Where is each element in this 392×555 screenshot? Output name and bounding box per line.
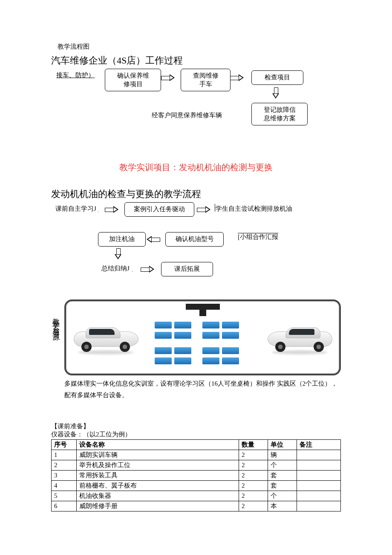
table-row: 1威朗实训车辆2辆	[52, 450, 341, 460]
red-title: 教学实训项目：发动机机油的检测与更换	[119, 163, 273, 172]
workflow-diagram-2: 课前自主学习J 案例引入任务驱动 学生自主尝试检测排放机油 加注机油 确认机油型…	[51, 202, 341, 292]
cell-qty: 2	[239, 501, 268, 511]
flow1-box3: 检查项目	[251, 70, 303, 85]
flow2-right1: 学生自主尝试检测排放机油	[216, 205, 292, 213]
arrow-down-icon	[115, 248, 121, 259]
cell-name: 举升机及操作工位	[77, 460, 239, 471]
cell-name: 前格栅布、翼子板布	[77, 481, 239, 491]
table-row: 4前格栅布、翼子板布2套	[52, 481, 341, 491]
cell-remark	[297, 501, 341, 511]
cell-qty: 2	[239, 471, 268, 481]
cell-name: 威朗维修手册	[77, 501, 239, 511]
arrow-icon	[141, 266, 155, 272]
arrow-icon	[230, 75, 245, 81]
flow2-summary-label: 总结归纳J	[101, 264, 130, 273]
col-name: 设备名称	[77, 440, 239, 450]
workflow-diagram-1: 接车、防护） 确认保养维修项目 查阅维修手车 检查项目 登记故障信息维修方案 经…	[51, 69, 341, 154]
cell-unit: 辆	[268, 450, 297, 460]
col-qty: 数量	[239, 440, 268, 450]
col-unit: 单位	[268, 440, 297, 450]
section2-title: 发动机机油的检查与更换的教学流程	[51, 188, 341, 200]
cell-qty: 2	[239, 460, 268, 471]
flow2-box1: 案例引入任务驱动	[124, 202, 194, 217]
prep-header: 【课前准备】	[51, 422, 341, 430]
cell-name: 机油收集器	[77, 491, 239, 501]
flow1-box1: 确认保养维修项目	[105, 69, 161, 91]
cell-no: 2	[52, 460, 77, 471]
cell-remark	[297, 460, 341, 471]
flow1-box4: 登记故障信息维修方案	[251, 103, 308, 125]
cell-qty: 2	[239, 450, 268, 460]
cell-qty: 2	[239, 491, 268, 501]
flow2-pre: 课前自主学习J	[55, 205, 96, 213]
cell-unit: 个	[268, 460, 297, 471]
cell-qty: 2	[239, 481, 268, 491]
flow2-box-last: 课后拓展	[161, 262, 213, 276]
arrow-down-icon	[273, 87, 279, 99]
col-no: 序号	[52, 440, 77, 450]
classroom-caption: 多媒体理实一体化信息化实训室，设有理论学习区（16人可坐桌椅）和操作 实践区（2…	[64, 378, 341, 401]
classroom-illustration	[64, 299, 341, 375]
cell-no: 3	[52, 471, 77, 481]
flow2-box-mid: 确认机油型号	[165, 232, 224, 247]
prep-sub: 仪器设备：（以2工位为例）	[51, 430, 341, 439]
cell-remark	[297, 481, 341, 491]
cell-no: 4	[52, 481, 77, 491]
flow1-start: 接车、防护）	[56, 71, 95, 79]
cell-unit: 个	[268, 491, 297, 501]
equipment-table: 序号 设备名称 数量 单位 备注 1威朗实训车辆2辆2举升机及操作工位2个3常用…	[51, 439, 341, 511]
flow2-right2: [小组合作汇报	[238, 233, 278, 241]
car-right-icon	[268, 325, 331, 352]
cell-name: 常用拆装工具	[77, 471, 239, 481]
cell-remark	[297, 491, 341, 501]
cell-no: 1	[52, 450, 77, 460]
table-row: 5机油收集器2个	[52, 491, 341, 501]
cell-remark	[297, 471, 341, 481]
table-row: 3常用拆装工具2套	[52, 471, 341, 481]
table-header-row: 序号 设备名称 数量 单位 备注	[52, 440, 341, 450]
cell-unit: 本	[268, 501, 297, 511]
flow1-box2: 查阅维修手车	[181, 69, 231, 91]
cell-name: 威朗实训车辆	[77, 450, 239, 460]
classroom-vertical-label: 教学平台与资源	[51, 312, 61, 330]
podium-icon	[186, 304, 220, 310]
arrow-icon	[197, 206, 211, 212]
table-row: 2举升机及操作工位2个	[52, 460, 341, 471]
cell-no: 6	[52, 501, 77, 511]
flow1-note: 经客户同意保养维修车辆	[152, 111, 222, 119]
cell-unit: 套	[268, 471, 297, 481]
flow2-box-left: 加注机油	[98, 232, 146, 247]
table-row: 6威朗维修手册2本	[52, 501, 341, 511]
car-left-icon	[74, 325, 138, 352]
cell-no: 5	[52, 491, 77, 501]
arrow-icon	[105, 206, 119, 212]
cell-unit: 套	[268, 481, 297, 491]
arrow-icon	[161, 75, 176, 81]
arrow-left-icon	[146, 236, 160, 242]
cell-remark	[297, 450, 341, 460]
top-label: 教学流程图	[51, 43, 341, 51]
col-remark: 备注	[297, 440, 341, 450]
section1-title: 汽车维修企业（4S店）工作过程	[51, 54, 341, 67]
